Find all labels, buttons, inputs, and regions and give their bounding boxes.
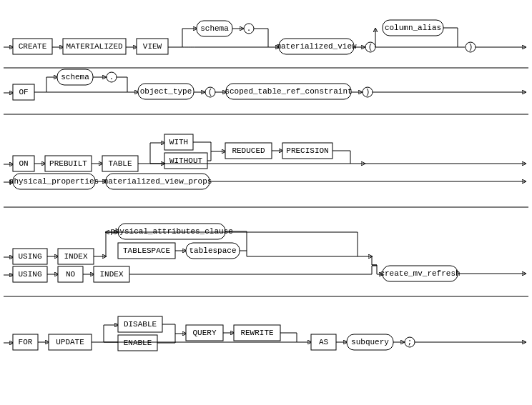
- index-label-r4b: INDEX: [99, 270, 123, 279]
- scoped-label: scoped_table_ref_constraint: [225, 87, 352, 96]
- for-label: FOR: [19, 338, 33, 346]
- mat-view-props-label: materialized_view_props: [104, 177, 212, 186]
- on-label: ON: [19, 159, 28, 168]
- materialized-label: MATERIALIZED: [66, 42, 123, 51]
- obj-type-label: object_type: [140, 87, 192, 96]
- using-label-r4a: USING: [18, 252, 41, 261]
- rparen-r1: ): [468, 43, 473, 51]
- disable-label: DISABLE: [124, 320, 157, 329]
- col-alias-label: column_alias: [385, 24, 441, 32]
- no-label: NO: [66, 270, 76, 279]
- prebuilt-label: PREBUILT: [49, 159, 87, 168]
- lparen-r2: (: [208, 88, 213, 96]
- phys-prop-label: physical_properties: [9, 177, 99, 186]
- as-label: AS: [319, 338, 329, 346]
- of-label: OF: [19, 88, 28, 96]
- create-label: CREATE: [19, 42, 47, 51]
- reduced-label: REDUCED: [232, 146, 265, 155]
- schema-label-r2: schema: [61, 73, 89, 81]
- lparen-r1: (: [368, 43, 373, 51]
- tablespace-kw-label: TABLESPACE: [123, 246, 170, 255]
- view-label: VIEW: [143, 42, 162, 51]
- subquery-label: subquery: [351, 338, 389, 346]
- rparen-r2: ): [365, 88, 370, 96]
- query-label: QUERY: [192, 329, 216, 337]
- schema-label-r1: schema: [200, 24, 229, 33]
- table-label: TABLE: [108, 159, 132, 168]
- dot-r1a: .: [247, 24, 252, 33]
- mat-view-label: materialized_view: [276, 42, 357, 51]
- semicolon-r5: ;: [408, 338, 413, 346]
- create-mv-refresh-label: create_mv_refresh: [380, 269, 460, 278]
- phys-attr-label: physical_attributes_clause: [110, 227, 233, 236]
- dot-r2: .: [109, 73, 114, 81]
- rewrite-label: REWRITE: [240, 329, 274, 337]
- with-label: WITH: [169, 138, 188, 146]
- using-label-r4b: USING: [18, 270, 41, 279]
- enable-label: ENABLE: [124, 339, 152, 347]
- index-label-r4a: INDEX: [64, 252, 87, 261]
- precision-label: PRECISION: [286, 146, 328, 155]
- tablespace-val-label: tablespace: [189, 246, 236, 255]
- update-label: UPDATE: [56, 338, 84, 346]
